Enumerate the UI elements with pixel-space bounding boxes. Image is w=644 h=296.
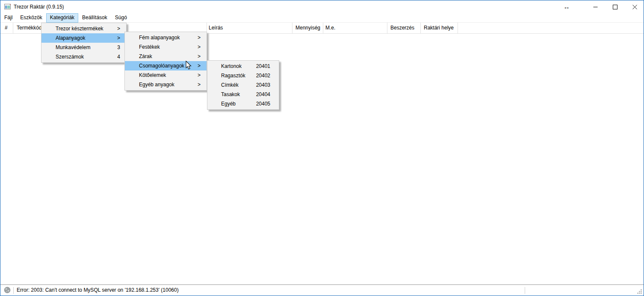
column-header-raktari-helye[interactable]: Raktári helye	[421, 23, 458, 33]
resize-grip[interactable]	[637, 289, 642, 294]
category-code: 20405	[256, 99, 270, 108]
menu-item-tasakok[interactable]: Tasakok 20404	[207, 90, 279, 99]
menu-item-kotoelemek[interactable]: Kötőelemek >	[125, 70, 207, 80]
menubar-item-eszkozok[interactable]: Eszközök	[16, 13, 46, 23]
menu-item-cimkek[interactable]: Címkék 20403	[207, 80, 279, 90]
minimize-icon	[593, 5, 598, 9]
maximize-icon	[613, 5, 617, 9]
category-code: 20401	[256, 62, 270, 71]
resize-arrows-icon[interactable]: ↔	[561, 0, 573, 13]
menu-item-szerszamok[interactable]: Szerszámok 4	[41, 52, 126, 62]
menu-item-kartonok[interactable]: Kartonok 20401	[207, 62, 279, 71]
menu-kategoriak: Trezor késztermékek > Alapanyagok > Munk…	[41, 23, 127, 63]
submenu-arrow-icon: >	[195, 61, 201, 70]
app-window-icon	[4, 3, 11, 10]
submenu-arrow-icon: >	[195, 52, 201, 61]
menu-alapanyagok: Fém alapanyagok > Festékek > Zárak > Cso…	[124, 32, 207, 91]
menubar: Fájl Eszközök Kategóriák Beállítások Súg…	[0, 13, 644, 23]
category-code: 20402	[256, 71, 270, 80]
menu-item-munkavedelem[interactable]: Munkavédelem 3	[41, 43, 126, 52]
submenu-arrow-icon: >	[195, 33, 201, 42]
window-title: Trezor Raktár (0.9.15)	[14, 0, 64, 13]
submenu-arrow-icon: >	[195, 42, 201, 52]
menu-item-egyeb[interactable]: Egyéb 20405	[207, 99, 279, 108]
close-icon	[632, 5, 637, 9]
app-window: Trezor Raktár (0.9.15) ↔ Fájl Eszközök K…	[0, 0, 644, 296]
menu-item-trezor-kesztermekek[interactable]: Trezor késztermékek >	[41, 24, 126, 33]
menubar-item-kategoriak[interactable]: Kategóriák	[46, 13, 78, 23]
mouse-cursor-icon	[186, 61, 192, 70]
column-header-beszerzes[interactable]: Beszerzés	[387, 23, 421, 33]
column-header-mennyiseg[interactable]: Mennyiség	[292, 23, 323, 33]
menu-item-fem-alapanyagok[interactable]: Fém alapanyagok >	[125, 33, 207, 42]
menu-item-count: 3	[115, 43, 120, 52]
column-header-leiras[interactable]: Leírás	[207, 23, 292, 33]
menubar-item-sugo[interactable]: Súgó	[111, 13, 131, 23]
submenu-arrow-icon: >	[115, 24, 120, 33]
globe-icon	[4, 287, 11, 293]
menubar-item-beallitasok[interactable]: Beállítások	[78, 13, 111, 23]
menu-item-count: 4	[115, 52, 120, 62]
table-body-empty	[0, 34, 644, 284]
menu-item-csomagoloanyagok[interactable]: Csomagolóanyagok >	[125, 61, 207, 70]
minimize-button[interactable]	[585, 0, 605, 13]
menu-item-egyeb-anyagok[interactable]: Egyéb anyagok >	[125, 80, 207, 89]
submenu-arrow-icon: >	[195, 80, 201, 89]
maximize-button[interactable]	[605, 0, 625, 13]
menubar-item-fajl[interactable]: Fájl	[0, 13, 16, 23]
menu-item-zarak[interactable]: Zárak >	[125, 52, 207, 61]
status-error-message: Error: 2003: Can't connect to MySQL serv…	[17, 285, 179, 296]
submenu-arrow-icon: >	[115, 33, 120, 43]
menu-item-festekek[interactable]: Festékek >	[125, 42, 207, 52]
menu-item-ragasztok[interactable]: Ragasztók 20402	[207, 71, 279, 80]
menu-csomagoloanyagok: Kartonok 20401 Ragasztók 20402 Címkék 20…	[207, 60, 279, 110]
menu-item-alapanyagok[interactable]: Alapanyagok >	[41, 33, 126, 43]
column-header-me[interactable]: M.e.	[323, 23, 387, 33]
close-button[interactable]	[625, 0, 644, 13]
statusbar: Error: 2003: Can't connect to MySQL serv…	[0, 284, 644, 296]
statusbar-divider	[525, 287, 525, 294]
category-code: 20404	[256, 90, 270, 99]
titlebar: Trezor Raktár (0.9.15) ↔	[0, 0, 644, 13]
column-header-number[interactable]: #	[0, 23, 13, 33]
submenu-arrow-icon: >	[195, 70, 201, 80]
statusbar-divider	[13, 287, 14, 294]
category-code: 20403	[256, 80, 270, 90]
